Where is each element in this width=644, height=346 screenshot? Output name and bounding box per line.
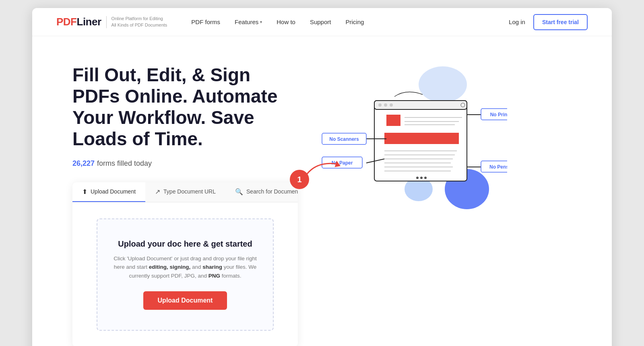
svg-text:No Printers: No Printers — [490, 112, 507, 117]
upload-zone[interactable]: Upload your doc here & get started Click… — [97, 218, 274, 331]
count-text: forms filled today — [97, 159, 152, 168]
header: PDFLiner Online Platform for Editing All… — [32, 8, 612, 36]
nav-pricing[interactable]: Pricing — [345, 19, 364, 25]
nav-support[interactable]: Support — [310, 19, 331, 25]
svg-rect-9 — [386, 115, 400, 126]
chevron-down-icon: ▾ — [260, 20, 262, 24]
nav-features[interactable]: Features ▾ — [235, 19, 262, 25]
logo-tagline: Online Platform for Editing All Kinds of… — [111, 16, 167, 28]
step-arrow-svg — [282, 145, 346, 193]
svg-text:No Pens: No Pens — [489, 164, 507, 170]
step-badge: 1 — [290, 170, 309, 189]
main-nav: PDF forms Features ▾ How to Support Pric… — [191, 19, 509, 25]
start-trial-button[interactable]: Start free trial — [533, 14, 588, 30]
forms-count: 26,227 forms filled today — [72, 159, 298, 168]
svg-rect-13 — [384, 133, 459, 144]
browser-window: PDFLiner Online Platform for Editing All… — [32, 8, 612, 346]
hero-title: Fill Out, Edit, & Sign PDFs Online. Auto… — [72, 64, 298, 150]
tab-upload[interactable]: ⬆ Upload Document — [72, 182, 145, 202]
svg-text:No Scanners: No Scanners — [329, 136, 359, 142]
nav-actions: Log in Start free trial — [509, 14, 588, 30]
svg-point-0 — [419, 66, 467, 103]
svg-point-6 — [384, 103, 387, 107]
logo-area: PDFLiner Online Platform for Editing All… — [56, 16, 167, 28]
right-illustration: No Printers No Scanners No Paper No Pens… — [314, 52, 507, 213]
tabs-container: ⬆ Upload Document ↗ Type Document URL 🔍 … — [72, 182, 298, 346]
logo-divider — [106, 16, 107, 28]
link-icon: ↗ — [155, 188, 160, 196]
svg-point-21 — [420, 177, 423, 179]
tab-url[interactable]: ↗ Type Document URL — [145, 182, 225, 202]
svg-point-5 — [378, 103, 382, 107]
search-icon: 🔍 — [235, 188, 243, 196]
left-content: Fill Out, Edit, & Sign PDFs Online. Auto… — [72, 56, 298, 346]
svg-rect-4 — [374, 101, 467, 109]
upload-document-button[interactable]: Upload Document — [143, 291, 227, 310]
nav-pdf-forms[interactable]: PDF forms — [191, 19, 220, 25]
tabs-header: ⬆ Upload Document ↗ Type Document URL 🔍 … — [72, 182, 298, 202]
tab-content: Upload your doc here & get started Click… — [72, 202, 298, 346]
nav-how-to[interactable]: How to — [277, 19, 295, 25]
logo-pdf: PDF — [56, 16, 77, 28]
upload-zone-title: Upload your doc here & get started — [114, 239, 257, 249]
upload-icon: ⬆ — [82, 188, 87, 196]
svg-point-22 — [424, 177, 427, 179]
svg-point-7 — [390, 103, 393, 107]
logo-liner: Liner — [77, 16, 101, 28]
main-content: Fill Out, Edit, & Sign PDFs Online. Auto… — [32, 36, 612, 346]
upload-zone-desc: Click 'Upload Document' or just drag and… — [114, 254, 257, 280]
logo: PDFLiner — [56, 16, 101, 28]
svg-point-20 — [416, 177, 419, 179]
count-number: 26,227 — [72, 159, 95, 168]
login-button[interactable]: Log in — [509, 19, 525, 25]
